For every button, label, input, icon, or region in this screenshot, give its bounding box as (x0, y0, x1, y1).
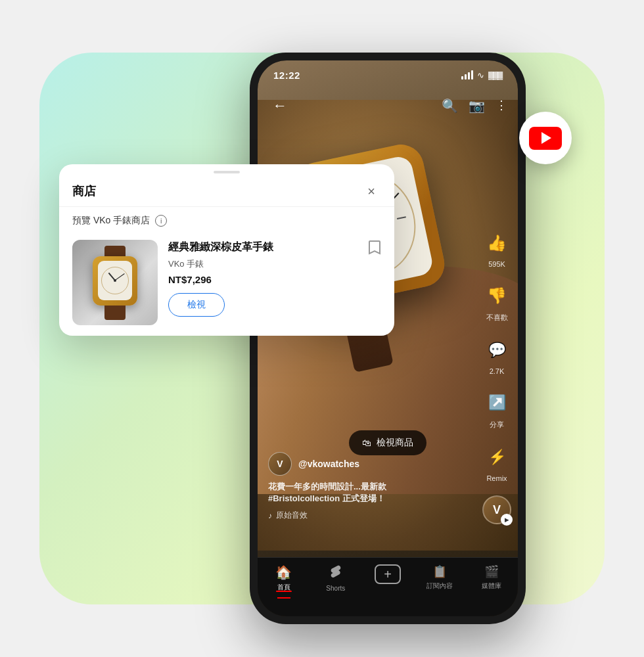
remix-label: Remix (486, 474, 507, 482)
share-label: 分享 (490, 420, 504, 430)
music-label: 原始音效 (276, 510, 308, 521)
card-header: 商店 × (59, 173, 394, 207)
thumbs-up-icon: 👍 (482, 229, 511, 258)
subscriptions-icon: 📋 (432, 564, 447, 579)
status-bar: 12:22 ∿ ▓▓▓ (258, 60, 518, 89)
info-icon[interactable]: i (155, 215, 167, 227)
subtitle-text: 預覽 VKo 手錶商店 (72, 215, 150, 227)
product-brand: VKo 手錶 (168, 258, 381, 270)
product-info: 經典雅緻深棕皮革手錶 VKo 手錶 NT$7,296 檢視 (168, 240, 381, 317)
music-note-icon: ♪ (268, 511, 272, 520)
status-icons: ∿ ▓▓▓ (461, 70, 502, 80)
bottom-nav: 🏠 首頁 Shorts + (258, 557, 518, 616)
close-button[interactable]: × (361, 181, 381, 201)
description-suffix: 正式登場！ (342, 493, 385, 503)
remix-button[interactable]: ⚡ Remix (482, 443, 511, 482)
card-title: 商店 (72, 183, 96, 199)
phone-screen: 12:22 ∿ ▓▓▓ ← 🔍 📷 (258, 60, 518, 616)
back-button[interactable]: ← (268, 94, 292, 118)
view-button[interactable]: 檢視 (168, 293, 225, 317)
camera-icon[interactable]: 📷 (469, 98, 485, 114)
home-icon: 🏠 (275, 564, 292, 580)
wifi-icon: ∿ (477, 70, 484, 80)
battery-icon: ▓▓▓ (488, 71, 502, 79)
search-icon[interactable]: 🔍 (442, 98, 458, 114)
comment-count: 2.7K (490, 367, 505, 375)
nav-item-add[interactable]: + (361, 564, 413, 584)
dislike-label: 不喜歡 (486, 313, 508, 323)
product-price: NT$7,296 (168, 274, 381, 285)
channel-description: 花費一年多的時間設計...最新款 #Bristolcollection 正式登場… (268, 481, 452, 505)
product-image (72, 240, 158, 325)
product-card: 商店 × 預覽 VKo 手錶商店 i (59, 164, 394, 336)
share-button[interactable]: ↗️ 分享 (482, 388, 511, 430)
action-buttons: 👍 595K 👎 不喜歡 💬 2.7K ↗️ 分享 ⚡ Remix (482, 229, 511, 524)
subscriptions-label: 訂閱內容 (426, 581, 453, 591)
nav-item-subscriptions[interactable]: 📋 訂閱內容 (414, 564, 466, 591)
nav-item-shorts[interactable]: Shorts (310, 564, 361, 592)
channel-subscribe-button[interactable]: V ▶ (482, 495, 511, 524)
channel-icon: V ▶ (482, 495, 511, 524)
comment-button[interactable]: 💬 2.7K (482, 336, 511, 375)
music-row: ♪ 原始音效 (268, 510, 452, 521)
nav-item-library[interactable]: 🎬 媒體庫 (466, 564, 518, 591)
dislike-button[interactable]: 👎 不喜歡 (482, 281, 511, 323)
scene: 12:22 ∿ ▓▓▓ ← 🔍 📷 (26, 33, 618, 624)
library-icon: 🎬 (484, 564, 499, 579)
signal-icon (461, 70, 473, 79)
nav-item-home[interactable]: 🏠 首頁 (258, 564, 310, 592)
channel-badge: ▶ (501, 514, 513, 526)
library-label: 媒體庫 (482, 581, 501, 591)
more-options-icon[interactable]: ⋮ (495, 98, 507, 114)
top-nav: ← 🔍 📷 ⋮ (258, 89, 518, 122)
comment-icon: 💬 (482, 336, 511, 365)
add-icon: + (384, 567, 392, 582)
channel-name[interactable]: @vkowatches (298, 459, 359, 469)
like-button[interactable]: 👍 595K (482, 229, 511, 268)
shopping-bag-icon: 🛍 (362, 438, 371, 448)
video-background (258, 60, 518, 616)
product-row: 經典雅緻深棕皮革手錶 VKo 手錶 NT$7,296 檢視 (59, 232, 394, 336)
shorts-label: Shorts (326, 585, 345, 592)
channel-info: V @vkowatches 花費一年多的時間設計...最新款 #Bristolc… (268, 452, 452, 521)
thumbs-down-icon: 👎 (482, 281, 511, 310)
status-time: 12:22 (273, 70, 300, 81)
product-tag-label: 檢視商品 (377, 437, 413, 449)
product-name: 經典雅緻深棕皮革手錶 (168, 240, 381, 254)
youtube-logo-bubble (519, 112, 572, 164)
shorts-icon (329, 564, 343, 582)
channel-avatar-row: V @vkowatches (268, 452, 452, 476)
remix-icon: ⚡ (482, 443, 511, 472)
youtube-triangle (541, 132, 551, 144)
share-icon: ↗️ (482, 388, 511, 417)
like-count: 595K (488, 260, 505, 268)
channel-avatar[interactable]: V (268, 452, 292, 476)
description-hashtag: #Bristolcollection (268, 493, 340, 503)
add-button[interactable]: + (375, 564, 401, 584)
bookmark-button[interactable] (368, 240, 381, 259)
description-text: 花費一年多的時間設計...最新款 (268, 482, 386, 491)
card-subtitle: 預覽 VKo 手錶商店 i (59, 207, 394, 232)
youtube-play-icon (529, 127, 562, 150)
phone-frame: 12:22 ∿ ▓▓▓ ← 🔍 📷 (250, 53, 526, 624)
nav-right-icons: 🔍 📷 ⋮ (442, 98, 507, 114)
